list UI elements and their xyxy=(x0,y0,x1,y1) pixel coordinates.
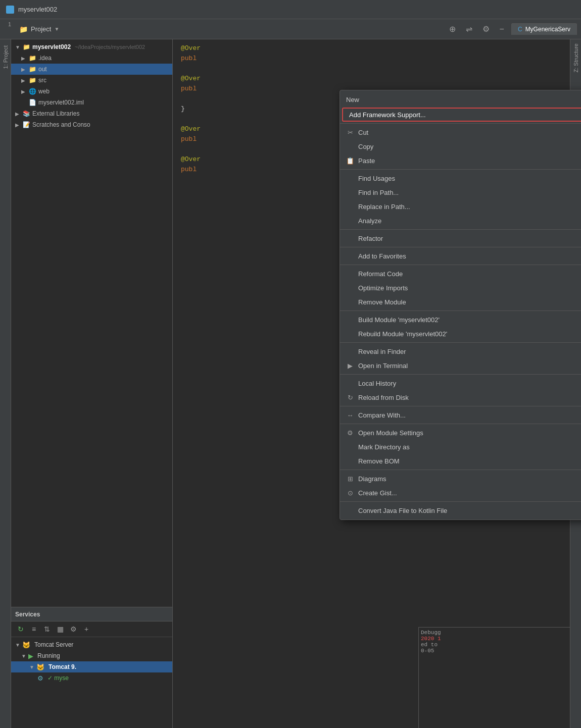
menu-sep-12 xyxy=(340,501,581,502)
svc-expand-btn[interactable]: ⇅ xyxy=(41,623,53,635)
log-year: 2020 1 xyxy=(421,636,568,642)
services-panel: Services ↻ ≡ ⇅ ▦ ⚙ + ▼ 🐱 Tomcat Server xyxy=(11,607,172,728)
menu-item-analyze[interactable]: Analyze ▶ xyxy=(340,214,581,228)
menu-sep-11 xyxy=(340,470,581,470)
tree-root[interactable]: ▼ 📁 myservlet002 ~/IdeaProjects/myservle… xyxy=(11,41,172,53)
folder-icon-root: 📁 xyxy=(22,43,30,51)
top-toolbar: 1 📁 Project ▼ ⊕ ⇌ ⚙ − C MyGenericaServ xyxy=(0,19,581,39)
menu-item-reload[interactable]: ↻ Reload from Disk xyxy=(340,390,581,404)
services-toolbar: ↻ ≡ ⇅ ▦ ⚙ + xyxy=(11,621,172,637)
tree-label-idea: .idea xyxy=(38,55,52,62)
github-icon: ⊙ xyxy=(346,489,354,497)
tree-item-idea[interactable]: ▶ 📁 .idea xyxy=(11,53,172,64)
log-entry1: ed to xyxy=(421,642,568,648)
svc-add-btn[interactable]: + xyxy=(81,623,92,635)
menu-sep-10 xyxy=(340,424,581,424)
scratches-icon: 📝 xyxy=(22,121,30,129)
menu-item-mark-dir[interactable]: Mark Directory as ▶ xyxy=(340,440,581,454)
services-header: Services xyxy=(11,607,172,621)
menu-item-optimize[interactable]: Optimize Imports ^⌥O xyxy=(340,281,581,295)
svc-filter-btn[interactable]: ⚙ xyxy=(68,623,79,635)
menu-sep-5 xyxy=(340,265,581,265)
navigate-button[interactable]: ⊕ xyxy=(446,22,459,36)
menu-item-convert-kotlin[interactable]: Convert Java File to Kotlin File ⌥⇧⌘K xyxy=(340,503,581,517)
services-title: Services xyxy=(15,611,40,618)
terminal-icon: ▶ xyxy=(346,361,354,370)
menu-item-cut[interactable]: ✂ Cut ⌘X xyxy=(340,125,581,139)
align-button[interactable]: ⇌ xyxy=(463,22,475,36)
menu-item-gist[interactable]: ⊙ Create Gist... xyxy=(340,486,581,500)
tree-arrow-src: ▶ xyxy=(21,78,26,83)
context-menu: New ▶ Add Framework Support... ✂ Cut ⌘X … xyxy=(340,90,581,520)
side-panel-toggle[interactable]: 1 xyxy=(4,19,15,39)
tree-item-web[interactable]: ▶ 🌐 web xyxy=(11,86,172,97)
svc-item-running[interactable]: ▼ ▶ Running xyxy=(11,650,172,661)
services-tree: ▼ 🐱 Tomcat Server ▼ ▶ Running ▼ 🐱 Tomcat… xyxy=(11,637,172,686)
svc-refresh-btn[interactable]: ↻ xyxy=(15,623,26,635)
running-label: Running xyxy=(37,652,60,659)
reload-icon: ↻ xyxy=(346,393,354,401)
menu-item-terminal[interactable]: ▶ Open in Terminal xyxy=(340,358,581,373)
menu-item-build[interactable]: Build Module 'myservlet002' xyxy=(340,313,581,327)
tree-arrow-ext-libs: ▶ xyxy=(15,111,20,116)
tomcat9-label: Tomcat 9. xyxy=(49,663,76,670)
project-label[interactable]: 📁 Project ▼ xyxy=(19,25,59,33)
tree-label-iml: myservlet002.iml xyxy=(38,99,84,106)
menu-item-favorites[interactable]: Add to Favorites ▶ xyxy=(340,249,581,263)
menu-item-find-path[interactable]: Find in Path... ⇧⌘F xyxy=(340,185,581,199)
menu-item-copy[interactable]: Copy ▶ xyxy=(340,139,581,153)
svc-item-myse[interactable]: ⚙ ✓ myse xyxy=(11,672,172,684)
tree-arrow-scratches: ▶ xyxy=(15,122,20,127)
tree-label-src: src xyxy=(38,77,46,84)
tree-arrow-out: ▶ xyxy=(21,67,26,72)
side-tab-project[interactable]: 1: Project xyxy=(1,41,10,73)
tree-label-scratches: Scratches and Conso xyxy=(32,121,90,128)
menu-sep-8 xyxy=(340,374,581,375)
menu-item-add-framework[interactable]: Add Framework Support... xyxy=(342,108,581,122)
menu-item-replace-path[interactable]: Replace in Path... ⇧⌘R xyxy=(340,199,581,214)
scissors-icon: ✂ xyxy=(346,128,354,136)
file-icon-iml: 📄 xyxy=(28,98,36,107)
menu-item-module-settings[interactable]: ⚙ Open Module Settings ⌘↓ xyxy=(340,426,581,440)
editor-tab[interactable]: C MyGenericaServ xyxy=(511,23,577,35)
svc-item-tomcat[interactable]: ▼ 🐱 Tomcat Server xyxy=(11,639,172,650)
minimize-button[interactable]: − xyxy=(497,23,507,36)
menu-item-remove-module[interactable]: Remove Module ⌦ xyxy=(340,295,581,309)
menu-sep-9 xyxy=(340,406,581,406)
menu-item-reformat[interactable]: Reformat Code ⌥⌘L xyxy=(340,267,581,281)
menu-item-new[interactable]: New ▶ xyxy=(340,92,581,107)
svc-group-btn[interactable]: ▦ xyxy=(55,623,66,635)
menu-item-reveal[interactable]: Reveal in Finder xyxy=(340,344,581,358)
settings-button[interactable]: ⚙ xyxy=(479,22,493,36)
myse-label: ✓ myse xyxy=(47,674,69,682)
menu-item-local-history[interactable]: Local History ▶ xyxy=(340,376,581,390)
menu-item-find-usages[interactable]: Find Usages ⌥F7 xyxy=(340,171,581,185)
menu-sep-1 xyxy=(340,123,581,124)
menu-sep-3 xyxy=(340,229,581,230)
svc-item-tomcat9[interactable]: ▼ 🐱 Tomcat 9. xyxy=(11,661,172,672)
tree-item-src[interactable]: ▶ 📁 src xyxy=(11,75,172,86)
tree-arrow-root: ▼ xyxy=(15,44,20,49)
menu-item-paste[interactable]: 📋 Paste ⌘V xyxy=(340,153,581,168)
menu-item-remove-bom[interactable]: Remove BOM xyxy=(340,454,581,468)
folder-icon-idea: 📁 xyxy=(28,54,36,62)
tree-item-ext-libs[interactable]: ▶ 📚 External Libraries xyxy=(11,108,172,119)
log-entry2: 0-05 xyxy=(421,648,568,654)
menu-item-compare[interactable]: ↔ Compare With... ⌘D xyxy=(340,408,581,422)
folder-icon-src: 📁 xyxy=(28,76,36,84)
menu-item-rebuild[interactable]: Rebuild Module 'myservlet002' ⇧⌘F9 xyxy=(340,327,581,341)
tree-item-scratches[interactable]: ▶ 📝 Scratches and Conso xyxy=(11,119,172,130)
folder-icon-out: 📁 xyxy=(28,65,36,73)
tree-label-root: myservlet002 xyxy=(32,43,71,50)
menu-item-refactor[interactable]: Refactor ▶ xyxy=(340,231,581,245)
paste-icon: 📋 xyxy=(346,157,354,165)
myse-icon: ⚙ xyxy=(37,674,43,682)
svc-collapse-btn[interactable]: ≡ xyxy=(28,623,39,635)
tree-item-out[interactable]: ▶ 📁 out xyxy=(11,64,172,75)
menu-item-diagrams[interactable]: ⊞ Diagrams ▶ xyxy=(340,472,581,486)
menu-sep-2 xyxy=(340,169,581,170)
structure-label[interactable]: Z: Structure xyxy=(573,43,579,72)
menu-sep-7 xyxy=(340,342,581,343)
tree-item-iml[interactable]: 📄 myservlet002.iml xyxy=(11,97,172,108)
tree-label-web: web xyxy=(38,88,50,95)
